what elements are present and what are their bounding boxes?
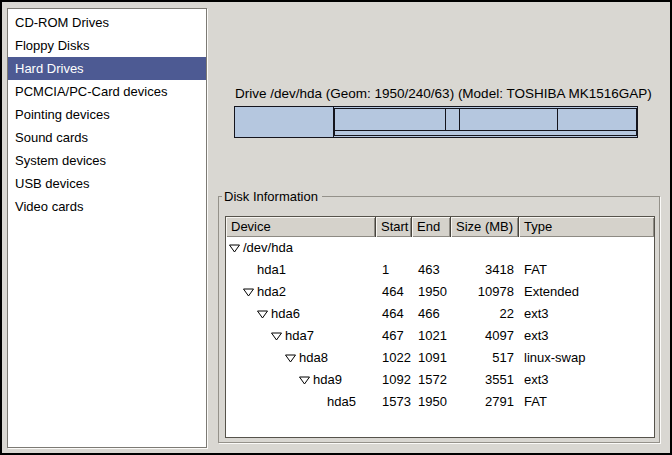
device-name: /dev/hda [243,237,293,259]
device-name: hda5 [327,391,356,413]
start-cell: 464 [376,281,412,303]
bar-segment-hda7 [335,109,445,130]
type-cell: FAT [519,259,654,281]
sidebar-item-pointing-devices[interactable]: Pointing devices [8,103,206,126]
device-cell: hda6 [226,303,376,325]
end-cell [412,237,451,259]
table-row-dev-hda[interactable]: /dev/hda [226,237,654,259]
sidebar-item-hard-drives[interactable]: Hard Drives [8,57,206,80]
type-cell: ext3 [519,303,654,325]
table-row-hda2[interactable]: hda2464195010978Extended [226,281,654,303]
column-header-device[interactable]: Device [226,217,376,237]
type-cell: FAT [519,391,654,413]
table-row-hda6[interactable]: hda646446622ext3 [226,303,654,325]
bar-segment-hda2 [334,108,637,136]
end-cell: 1950 [412,281,451,303]
type-cell: Extended [519,281,654,303]
table-row-hda1[interactable]: hda114633418FAT [226,259,654,281]
end-cell: 1572 [412,369,451,391]
tree-expander-icon[interactable] [299,376,310,385]
sidebar-item-pcmcia-pc-card-devices[interactable]: PCMCIA/PC-Card devices [8,80,206,103]
sidebar-item-floppy-disks[interactable]: Floppy Disks [8,34,206,57]
table-row-hda7[interactable]: hda746710214097ext3 [226,325,654,347]
size-cell: 3551 [451,369,519,391]
sidebar-item-sound-cards[interactable]: Sound cards [8,126,206,149]
device-name: hda1 [257,259,286,281]
column-header-start[interactable]: Start [376,217,412,237]
bar-segment-hda1 [235,107,334,137]
start-cell: 1092 [376,369,412,391]
start-cell: 467 [376,325,412,347]
size-cell: 517 [451,347,519,369]
end-cell: 463 [412,259,451,281]
tree-expander-icon[interactable] [271,332,282,341]
tree-expander-icon[interactable] [243,288,254,297]
type-cell: ext3 [519,325,654,347]
type-cell: ext3 [519,369,654,391]
end-cell: 1950 [412,391,451,413]
device-cell: hda5 [226,391,376,413]
end-cell: 1021 [412,325,451,347]
disk-table-body: /dev/hdahda114633418FAThda2464195010978E… [226,237,654,413]
size-cell: 2791 [451,391,519,413]
end-cell: 1091 [412,347,451,369]
device-name: hda8 [299,347,328,369]
bar-segment-hda5 [558,109,636,130]
start-cell: 1 [376,259,412,281]
sidebar-item-system-devices[interactable]: System devices [8,149,206,172]
device-cell: hda1 [226,259,376,281]
table-row-hda9[interactable]: hda9109215723551ext3 [226,369,654,391]
size-cell [451,237,519,259]
column-header-end[interactable]: End [412,217,451,237]
column-header-type[interactable]: Type [519,217,654,237]
size-cell: 4097 [451,325,519,347]
device-cell: hda8 [226,347,376,369]
size-cell: 10978 [451,281,519,303]
device-cell: hda2 [226,281,376,303]
start-cell [376,237,412,259]
device-name: hda7 [285,325,314,347]
column-header-size[interactable]: Size (MB) [451,217,519,237]
end-cell: 466 [412,303,451,325]
device-cell: hda7 [226,325,376,347]
type-cell: linux-swap [519,347,654,369]
table-row-hda5[interactable]: hda5157319502791FAT [226,391,654,413]
type-cell [519,237,654,259]
size-cell: 3418 [451,259,519,281]
start-cell: 1573 [376,391,412,413]
disk-table: Device Start End Size (MB) Type /dev/hda… [225,216,655,438]
sidebar-item-video-cards[interactable]: Video cards [8,195,206,218]
tree-expander-icon[interactable] [285,354,296,363]
disk-information-label: Disk Information [222,189,322,204]
size-cell: 22 [451,303,519,325]
bar-segment-hda8 [446,109,460,130]
sidebar-item-cd-rom-drives[interactable]: CD-ROM Drives [8,11,206,34]
device-category-list: CD-ROM DrivesFloppy DisksHard DrivesPCMC… [7,8,207,448]
device-name: hda6 [271,303,300,325]
disk-information-frame: Disk Information Device Start End Size (… [218,196,660,443]
start-cell: 1022 [376,347,412,369]
device-cell: /dev/hda [226,237,376,259]
drive-bar [234,106,638,138]
device-name: hda2 [257,281,286,303]
bar-logical-segments [335,109,636,131]
tree-expander-icon[interactable] [257,310,268,319]
hardware-browser-window: CD-ROM DrivesFloppy DisksHard DrivesPCMC… [0,0,672,455]
bar-segment-hda9 [460,109,558,130]
sidebar-item-usb-devices[interactable]: USB devices [8,172,206,195]
disk-table-header: Device Start End Size (MB) Type [226,217,654,237]
start-cell: 464 [376,303,412,325]
table-row-hda8[interactable]: hda810221091517linux-swap [226,347,654,369]
device-cell: hda9 [226,369,376,391]
device-name: hda9 [313,369,342,391]
drive-title: Drive /dev/hda (Geom: 1950/240/63) (Mode… [235,86,652,101]
tree-expander-icon[interactable] [229,244,240,253]
